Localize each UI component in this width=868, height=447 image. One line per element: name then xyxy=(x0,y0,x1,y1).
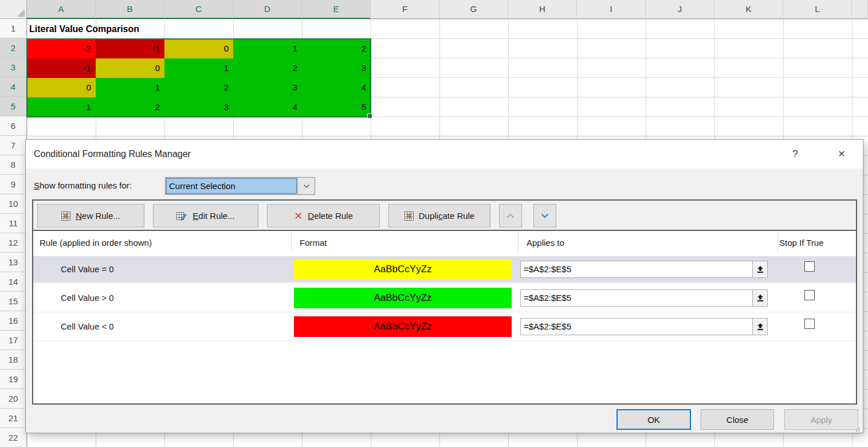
row-header-6[interactable]: 6 xyxy=(0,116,27,136)
cell-A3[interactable]: -1 xyxy=(27,58,96,78)
row-header-20[interactable]: 20 xyxy=(0,389,27,409)
column-header-F[interactable]: F xyxy=(371,0,439,19)
stop-if-true-checkbox[interactable] xyxy=(804,261,815,272)
column-header-K[interactable]: K xyxy=(714,0,783,19)
cell-E5[interactable]: 5 xyxy=(302,97,371,117)
collapse-arrow-icon xyxy=(756,294,764,302)
table-grid-icon xyxy=(61,211,70,221)
column-divider xyxy=(777,232,778,254)
column-header-D[interactable]: D xyxy=(233,0,302,19)
ok-button[interactable]: OK xyxy=(616,409,691,430)
cell-B2[interactable]: -1 xyxy=(96,39,164,58)
column-header-C[interactable]: C xyxy=(164,0,233,19)
row-header-17[interactable]: 17 xyxy=(0,331,27,350)
dialog-title: Conditional Formatting Rules Manager xyxy=(34,140,191,168)
stop-if-true-checkbox[interactable] xyxy=(804,290,815,300)
dropdown-arrow-button[interactable] xyxy=(297,178,315,194)
cell-E3[interactable]: 3 xyxy=(302,58,371,78)
rule-description: Cell Value < 0 xyxy=(61,313,114,340)
row-header-7[interactable]: 7 xyxy=(0,136,27,155)
row-header-16[interactable]: 16 xyxy=(0,311,27,331)
stop-if-true-checkbox[interactable] xyxy=(804,319,815,329)
cell-B4[interactable]: 1 xyxy=(96,78,164,97)
cell-C3[interactable]: 1 xyxy=(164,58,233,78)
row-header-11[interactable]: 11 xyxy=(0,214,27,233)
cell-D5[interactable]: 4 xyxy=(233,97,302,117)
format-preview: AaBbCcYyZz xyxy=(294,259,512,280)
format-column-header: Format xyxy=(300,231,327,255)
row-header-4[interactable]: 4 xyxy=(0,77,27,97)
row-header-10[interactable]: 10 xyxy=(0,194,27,214)
delete-rule-button[interactable]: ✕ Delete Rule xyxy=(267,204,380,228)
cell-D2[interactable]: 1 xyxy=(233,39,302,58)
cell-A5[interactable]: 1 xyxy=(27,97,96,117)
column-header-I[interactable]: I xyxy=(577,0,646,19)
applies-to-input[interactable]: =$A$2:$E$5 xyxy=(520,289,753,307)
applies-to-field-group: =$A$2:$E$5 xyxy=(520,261,768,278)
move-rule-down-button[interactable] xyxy=(533,204,556,228)
move-rule-up-button[interactable] xyxy=(499,204,522,228)
rule-row-cell-value-greater-0[interactable]: Cell Value > 0 AaBbCcYyZz =$A$2:$E$5 xyxy=(33,285,856,311)
collapse-dialog-button[interactable] xyxy=(752,318,768,335)
column-header-H[interactable]: H xyxy=(508,0,577,19)
duplicate-rule-button[interactable]: Duplicate Rule xyxy=(388,204,490,228)
row-header-22[interactable]: 22 xyxy=(0,428,27,447)
row-header-14[interactable]: 14 xyxy=(0,272,27,292)
applies-to-input[interactable]: =$A$2:$E$5 xyxy=(520,261,753,278)
select-all-corner[interactable] xyxy=(0,0,27,19)
cell-E4[interactable]: 4 xyxy=(302,78,371,97)
close-button[interactable]: Close xyxy=(701,409,774,430)
row-header-8[interactable]: 8 xyxy=(0,155,27,175)
cell-C5[interactable]: 3 xyxy=(164,97,233,117)
applies-to-column-header: Applies to xyxy=(527,231,564,255)
row-header-2[interactable]: 2 xyxy=(0,38,27,58)
cell-B5[interactable]: 2 xyxy=(96,97,164,117)
apply-button[interactable]: Apply xyxy=(784,409,858,430)
row-header-19[interactable]: 19 xyxy=(0,370,27,389)
row-header-1[interactable]: 1 xyxy=(0,19,27,38)
new-rule-button[interactable]: New Rule... xyxy=(37,204,144,228)
row-header-12[interactable]: 12 xyxy=(0,233,27,253)
cell-A2[interactable]: -2 xyxy=(27,39,96,58)
column-header-J[interactable]: J xyxy=(646,0,714,19)
applies-to-field-group: =$A$2:$E$5 xyxy=(520,318,768,335)
column-header-B[interactable]: B xyxy=(96,0,164,19)
cell-E2[interactable]: 2 xyxy=(302,39,371,58)
rule-row-cell-value-equals-0[interactable]: Cell Value = 0 AaBbCcYyZz =$A$2:$E$5 xyxy=(33,256,856,283)
chevron-down-icon xyxy=(541,213,549,218)
cell-A1[interactable]: Literal Value Comparison xyxy=(29,19,139,39)
row-header-3[interactable]: 3 xyxy=(0,58,27,77)
column-header-A[interactable]: A xyxy=(27,0,96,19)
column-header-E[interactable]: E xyxy=(302,0,371,19)
row-header-13[interactable]: 13 xyxy=(0,253,27,272)
resize-grip[interactable] xyxy=(858,428,859,429)
cell-A4[interactable]: 0 xyxy=(27,78,96,97)
stop-if-true-column-header: Stop If True xyxy=(779,231,824,255)
help-icon[interactable]: ? xyxy=(787,146,804,163)
row-header-9[interactable]: 9 xyxy=(0,175,27,194)
row-header-18[interactable]: 18 xyxy=(0,350,27,370)
column-header-G[interactable]: G xyxy=(439,0,508,19)
row-header-5[interactable]: 5 xyxy=(0,97,27,116)
cell-B3[interactable]: 0 xyxy=(96,58,164,78)
format-preview: AaBbCcYyZz xyxy=(294,288,512,308)
row-header-21[interactable]: 21 xyxy=(0,409,27,428)
collapse-dialog-button[interactable] xyxy=(752,289,768,307)
row-divider xyxy=(33,340,856,341)
row-divider xyxy=(33,312,856,312)
applies-to-input[interactable]: =$A$2:$E$5 xyxy=(520,318,753,335)
column-header-L[interactable]: L xyxy=(783,0,852,19)
rules-toolbar: New Rule... Edit Rule... ✕ Delete Rule xyxy=(33,201,856,230)
cell-C2[interactable]: 0 xyxy=(164,39,233,58)
column-header-partial xyxy=(852,0,868,19)
edit-rule-button[interactable]: Edit Rule... xyxy=(153,204,258,228)
cell-C4[interactable]: 2 xyxy=(164,78,233,97)
edit-table-pencil-icon xyxy=(176,211,187,221)
close-icon[interactable]: ✕ xyxy=(830,144,853,164)
cell-D3[interactable]: 2 xyxy=(233,58,302,78)
cell-D4[interactable]: 3 xyxy=(233,78,302,97)
show-rules-for-dropdown[interactable]: Current Selection xyxy=(165,177,315,195)
row-header-15[interactable]: 15 xyxy=(0,292,27,311)
collapse-dialog-button[interactable] xyxy=(752,261,768,278)
rule-row-cell-value-less-0[interactable]: Cell Value < 0 AaBbCcYyZz =$A$2:$E$5 xyxy=(33,313,856,340)
